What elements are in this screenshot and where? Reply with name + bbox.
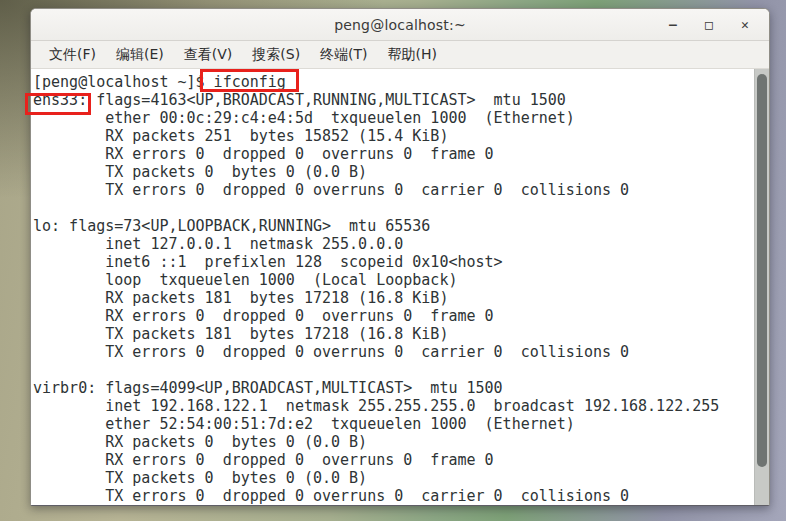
terminal-line: loop txqueuelen 1000 (Local Loopback) <box>33 271 751 289</box>
menu-file[interactable]: 文件(F) <box>39 44 106 66</box>
menu-search[interactable]: 搜索(S) <box>242 44 310 66</box>
terminal-line: TX errors 0 dropped 0 overruns 0 carrier… <box>33 181 751 199</box>
close-button[interactable]: ✕ <box>737 17 753 33</box>
terminal-line: TX errors 0 dropped 0 overruns 0 carrier… <box>33 487 751 505</box>
terminal-line: TX packets 0 bytes 0 (0.0 B) <box>33 163 751 181</box>
maximize-button[interactable]: □ <box>701 17 717 33</box>
terminal-window: peng@localhost:~ – □ ✕ 文件(F) 编辑(E) 查看(V)… <box>30 8 770 506</box>
menu-bar: 文件(F) 编辑(E) 查看(V) 搜索(S) 终端(T) 帮助(H) <box>31 41 769 69</box>
terminal-line: RX packets 181 bytes 17218 (16.8 KiB) <box>33 289 751 307</box>
terminal-line: RX errors 0 dropped 0 overruns 0 frame 0 <box>33 307 751 325</box>
window-controls: – □ ✕ <box>665 9 753 40</box>
terminal-line <box>33 199 751 217</box>
terminal-line: [peng@localhost ~]$ ifconfig <box>33 73 751 91</box>
terminal-line: inet 127.0.0.1 netmask 255.0.0.0 <box>33 235 751 253</box>
terminal-line: TX packets 181 bytes 17218 (16.8 KiB) <box>33 325 751 343</box>
terminal-line: TX packets 0 bytes 0 (0.0 B) <box>33 469 751 487</box>
terminal-line: TX errors 0 dropped 0 overruns 0 carrier… <box>33 343 751 361</box>
terminal-line: RX packets 251 bytes 15852 (15.4 KiB) <box>33 127 751 145</box>
terminal-line: ens33: flags=4163<UP,BROADCAST,RUNNING,M… <box>33 91 751 109</box>
terminal-line: ether 00:0c:29:c4:e4:5d txqueuelen 1000 … <box>33 109 751 127</box>
terminal-line: ether 52:54:00:51:7d:e2 txqueuelen 1000 … <box>33 415 751 433</box>
menu-terminal[interactable]: 终端(T) <box>310 44 377 66</box>
window-title: peng@localhost:~ <box>334 17 466 33</box>
terminal-line: RX errors 0 dropped 0 overruns 0 frame 0 <box>33 451 751 469</box>
scrollbar-thumb[interactable] <box>757 74 767 467</box>
terminal-line: virbr0: flags=4099<UP,BROADCAST,MULTICAS… <box>33 379 751 397</box>
terminal-line <box>33 361 751 379</box>
terminal-line: inet 192.168.122.1 netmask 255.255.255.0… <box>33 397 751 415</box>
menu-view[interactable]: 查看(V) <box>174 44 243 66</box>
terminal-output: [peng@localhost ~]$ ifconfigens33: flags… <box>31 69 769 505</box>
window-titlebar[interactable]: peng@localhost:~ – □ ✕ <box>31 9 769 41</box>
terminal-scrollbar[interactable] <box>754 69 769 505</box>
minimize-button[interactable]: – <box>665 17 681 33</box>
terminal-line: lo: flags=73<UP,LOOPBACK,RUNNING> mtu 65… <box>33 217 751 235</box>
terminal-line: RX errors 0 dropped 0 overruns 0 frame 0 <box>33 145 751 163</box>
terminal-viewport[interactable]: [peng@localhost ~]$ ifconfigens33: flags… <box>31 69 769 505</box>
menu-edit[interactable]: 编辑(E) <box>106 44 174 66</box>
terminal-line: RX packets 0 bytes 0 (0.0 B) <box>33 433 751 451</box>
terminal-line: inet6 ::1 prefixlen 128 scopeid 0x10<hos… <box>33 253 751 271</box>
menu-help[interactable]: 帮助(H) <box>378 44 447 66</box>
